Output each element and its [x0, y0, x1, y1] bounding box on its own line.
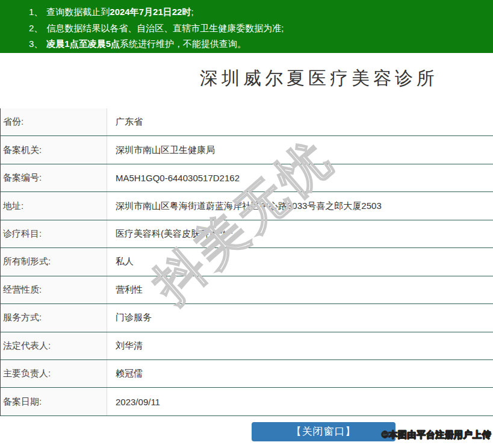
- row-label: 省份:: [1, 108, 107, 135]
- row-value: 2023/09/11: [107, 388, 493, 415]
- notice-number: 3、: [29, 39, 43, 49]
- table-row: 地址: 深圳市南山区粤海街道蔚蓝海岸社区中心路3033号喜之郎大厦2503: [1, 192, 493, 220]
- notice-text: 查询数据截止到: [46, 7, 110, 17]
- row-label: 服务方式:: [1, 304, 107, 331]
- row-value: 广东省: [107, 108, 493, 135]
- row-value: 私人: [107, 248, 493, 275]
- row-label: 主要负责人:: [1, 360, 107, 387]
- notice-number: 1、: [29, 7, 43, 17]
- row-value: 医疗美容科(美容皮肤科)******: [107, 220, 493, 247]
- notice-text: 信息数据结果以各省、自治区、直辖市卫生健康委数据为准;: [46, 23, 284, 33]
- row-value: 门诊服务: [107, 304, 493, 331]
- title-area: 深圳威尔夏医疗美容诊所: [0, 53, 493, 108]
- notice-line: 1、查询数据截止到2024年7月21日22时;: [29, 4, 487, 20]
- registration-page: 1、查询数据截止到2024年7月21日22时; 2、信息数据结果以各省、自治区、…: [0, 0, 493, 448]
- table-row: 主要负责人: 赖冠儒: [1, 360, 493, 388]
- row-value: 赖冠儒: [107, 360, 493, 387]
- upload-note: ©本图由平台注册用户上传: [382, 429, 491, 441]
- row-label: 诊疗科目:: [1, 220, 107, 247]
- row-value: 刘华清: [107, 332, 493, 359]
- row-value: 深圳市南山区卫生健康局: [107, 136, 493, 163]
- notice-list: 1、查询数据截止到2024年7月21日22时; 2、信息数据结果以各省、自治区、…: [29, 4, 487, 52]
- table-row: 省份: 广东省: [1, 108, 493, 136]
- clinic-title: 深圳威尔夏医疗美容诊所: [200, 66, 438, 91]
- table-row: 服务方式: 门诊服务: [1, 304, 493, 332]
- table-row: 所有制形式: 私人: [1, 248, 493, 276]
- row-value: 营利性: [107, 276, 493, 303]
- row-label: 地址:: [1, 192, 107, 219]
- table-row: 备案机关: 深圳市南山区卫生健康局: [1, 136, 493, 164]
- row-label: 备案日期:: [1, 388, 107, 415]
- table-row: 备案日期: 2023/09/11: [1, 388, 493, 415]
- notice-number: 2、: [29, 23, 43, 33]
- notice-text-bold: 凌晨1点至凌晨5点: [46, 39, 120, 49]
- notice-text: 系统进行维护，不能提供查询。: [120, 39, 246, 49]
- row-label: 所有制形式:: [1, 248, 107, 275]
- row-label: 经营性质:: [1, 276, 107, 303]
- table-row: 经营性质: 营利性: [1, 276, 493, 304]
- table-row: 备案编号: MA5H1GQ0-644030517D2162: [1, 164, 493, 192]
- row-value: MA5H1GQ0-644030517D2162: [107, 164, 493, 191]
- table-row: 诊疗科目: 医疗美容科(美容皮肤科)******: [1, 220, 493, 248]
- notice-text-bold: 2024年7月21日22时: [110, 7, 191, 17]
- close-window-button[interactable]: 【关闭窗口】: [252, 422, 395, 441]
- notice-line: 2、信息数据结果以各省、自治区、直辖市卫生健康委数据为准;: [29, 20, 487, 37]
- row-value: 深圳市南山区粤海街道蔚蓝海岸社区中心路3033号喜之郎大厦2503: [107, 192, 493, 219]
- info-table: 省份: 广东省 备案机关: 深圳市南山区卫生健康局 备案编号: MA5H1GQ0…: [0, 108, 493, 416]
- notice-text: ;: [191, 7, 193, 17]
- row-label: 备案编号:: [1, 164, 107, 191]
- row-label: 备案机关:: [1, 136, 107, 163]
- notice-line: 3、凌晨1点至凌晨5点系统进行维护，不能提供查询。: [29, 36, 487, 52]
- notice-bar: 1、查询数据截止到2024年7月21日22时; 2、信息数据结果以各省、自治区、…: [0, 0, 493, 53]
- row-label: 法定代表人:: [1, 332, 107, 359]
- footer: 【关闭窗口】 ©本图由平台注册用户上传: [0, 416, 493, 448]
- table-row: 法定代表人: 刘华清: [1, 332, 493, 360]
